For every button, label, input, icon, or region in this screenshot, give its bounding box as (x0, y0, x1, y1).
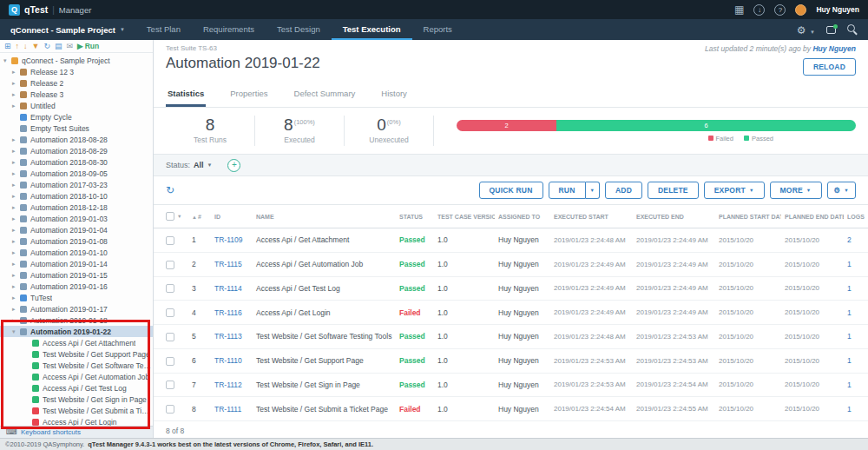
column-id[interactable]: ID (211, 205, 253, 228)
quick-run-button[interactable]: QUICK RUN (479, 182, 543, 199)
export-tree-icon[interactable]: ▤ (55, 43, 62, 50)
tree-item[interactable]: Test Website / Get Submit a Ticket Page (0, 405, 153, 416)
row-checkbox[interactable] (166, 236, 174, 245)
tree-expand-caret-icon[interactable]: ▸ (12, 148, 20, 155)
refresh-tree-icon[interactable]: ↻ (43, 43, 50, 50)
test-run-id-link[interactable]: TR-1110 (214, 356, 242, 365)
tree-expand-caret-icon[interactable]: ▸ (12, 227, 20, 234)
tree-item[interactable]: Empty Test Suites (0, 122, 153, 134)
tree-expand-caret-icon[interactable]: ▸ (12, 80, 20, 87)
nav-tab[interactable]: Reports (412, 19, 464, 40)
bulk-select-caret-icon[interactable]: ▼ (177, 214, 181, 219)
tree-item[interactable]: ▸ Automation 2018-08-28 (0, 134, 153, 145)
tree-item[interactable]: Test Website / Get Sign in Page (0, 394, 153, 405)
table-row[interactable]: 7 TR-1112 Test Website / Get Sign in Pag… (154, 373, 868, 397)
column-logs[interactable]: LOGS (844, 205, 868, 228)
tree-item[interactable]: ▾ qConnect - Sample Project (0, 55, 153, 66)
tree-item[interactable]: ▸ Release 12 3 (0, 66, 153, 77)
column-name[interactable]: NAME (253, 205, 396, 228)
row-checkbox[interactable] (166, 261, 174, 269)
row-checkbox[interactable] (166, 405, 174, 414)
nav-tab[interactable]: Requirements (192, 19, 266, 40)
logs-count-link[interactable]: 1 (847, 260, 852, 268)
test-run-id-link[interactable]: TR-1113 (214, 332, 242, 341)
more-button[interactable]: MORE▼ (770, 182, 822, 199)
tree-expand-caret-icon[interactable]: ▸ (12, 261, 20, 268)
test-run-id-link[interactable]: TR-1109 (214, 235, 242, 244)
keyboard-shortcuts-link[interactable]: ⌨ Keyboard shortcuts (0, 426, 153, 438)
table-row[interactable]: 8 TR-1111 Test Website / Get Submit a Ti… (154, 397, 868, 421)
tree-expand-caret-icon[interactable]: ▾ (12, 328, 20, 335)
logs-count-link[interactable]: 1 (847, 308, 852, 317)
logs-count-link[interactable]: 2 (847, 235, 852, 244)
tree-expand-caret-icon[interactable]: ▾ (3, 57, 11, 64)
move-down-icon[interactable]: ↓ (23, 43, 28, 50)
tree-expand-caret-icon[interactable]: ▸ (12, 272, 20, 279)
column-planned-end-date[interactable]: PLANNED END DATE (781, 205, 844, 228)
row-checkbox[interactable] (166, 284, 174, 293)
column-planned-start-date[interactable]: PLANNED START DATE (715, 205, 781, 228)
delete-button[interactable]: DELETE (648, 182, 699, 199)
column-executed-end[interactable]: EXECUTED END (633, 205, 715, 228)
tree-item[interactable]: ▸ Automation 2019-01-08 (0, 235, 153, 247)
tree-item[interactable]: ▸ Release 3 (0, 89, 153, 100)
run-button[interactable]: ▶ Run (77, 42, 99, 50)
tree-expand-caret-icon[interactable]: ▸ (12, 69, 20, 76)
column-test-case-version[interactable]: TEST CASE VERSION (434, 205, 495, 228)
column-executed-start[interactable]: EXECUTED START (550, 205, 633, 228)
tree-item[interactable]: ▸ Automation 2019-01-15 (0, 269, 153, 281)
column-num[interactable]: # (198, 214, 201, 220)
tree-expand-caret-icon[interactable]: ▸ (12, 317, 20, 324)
tree-item[interactable]: ▸ Untitled (0, 100, 153, 111)
test-run-id-link[interactable]: TR-1111 (214, 405, 241, 414)
tree-item[interactable]: ▸ TuTest (0, 292, 153, 303)
add-button[interactable]: ADD (605, 182, 642, 199)
tree-expand-caret-icon[interactable]: ▸ (12, 136, 20, 143)
tree-expand-caret-icon[interactable]: ▸ (12, 238, 20, 245)
tree-item[interactable]: ▾ Automation 2019-01-22 (0, 326, 153, 337)
tree-item[interactable]: ▸ Automation 2019-01-16 (0, 281, 153, 292)
tree-expand-caret-icon[interactable]: ▸ (12, 182, 20, 189)
tree-item[interactable]: ▸ Automation 2018-10-10 (0, 190, 153, 202)
suite-tab[interactable]: History (379, 82, 409, 107)
table-row[interactable]: 1 TR-1109 Access Api / Get Attachment Pa… (154, 228, 868, 253)
logs-count-link[interactable]: 1 (847, 356, 852, 365)
row-checkbox[interactable] (166, 381, 174, 389)
grid-settings-button[interactable]: ⚙▼ (827, 182, 856, 199)
column-status[interactable]: STATUS (396, 205, 434, 228)
tree-item[interactable]: Test Website / Get Software Testing Tool… (0, 360, 153, 371)
tree-expand-caret-icon[interactable]: ▸ (12, 306, 20, 313)
tree-expand-caret-icon[interactable]: ▸ (12, 159, 20, 166)
run-grid-button[interactable]: RUN (549, 182, 586, 199)
tree-expand-caret-icon[interactable]: ▸ (12, 283, 20, 290)
test-run-id-link[interactable]: TR-1116 (214, 308, 242, 317)
tree-item[interactable]: ▸ Automation 2018-08-30 (0, 156, 153, 168)
tree-expand-caret-icon[interactable]: ▸ (12, 103, 20, 109)
add-filter-button[interactable]: + (227, 159, 240, 172)
nav-tab[interactable]: Test Design (266, 19, 332, 40)
notifications-icon[interactable] (826, 26, 836, 34)
tree-item[interactable]: ▸ Automation 2018-12-18 (0, 202, 153, 213)
select-all-checkbox[interactable] (166, 212, 174, 221)
status-filter-value[interactable]: All (194, 161, 204, 169)
suite-tab[interactable]: Properties (228, 82, 269, 107)
project-selector[interactable]: qConnect - Sample Project ▼ (0, 19, 135, 40)
last-updated-user-link[interactable]: Huy Nguyen (812, 44, 856, 53)
refresh-grid-icon[interactable]: ↻ (166, 185, 174, 195)
reload-button[interactable]: RELOAD (803, 58, 856, 76)
table-row[interactable]: 3 TR-1114 Access Api / Get Test Log Pass… (154, 276, 868, 301)
add-icon[interactable]: ⊞ (4, 43, 11, 50)
suite-tab[interactable]: Defect Summary (293, 82, 358, 107)
tree-item[interactable]: Access Api / Get Automation Job (0, 371, 153, 382)
tree-item[interactable]: Access Api / Get Login (0, 416, 153, 426)
tree-expand-caret-icon[interactable]: ▸ (12, 170, 20, 177)
logs-count-link[interactable]: 1 (847, 332, 852, 341)
tree-item[interactable]: ▸ Automation 2019-01-10 (0, 247, 153, 258)
test-run-id-link[interactable]: TR-1114 (214, 284, 242, 293)
filter-icon[interactable]: ▼ (32, 43, 40, 50)
test-run-id-link[interactable]: TR-1112 (214, 381, 242, 389)
suite-tab[interactable]: Statistics (166, 82, 206, 107)
sort-asc-icon[interactable]: ▲ (192, 215, 197, 220)
move-up-icon[interactable]: ↑ (16, 43, 20, 50)
export-button[interactable]: EXPORT▼ (704, 182, 765, 199)
